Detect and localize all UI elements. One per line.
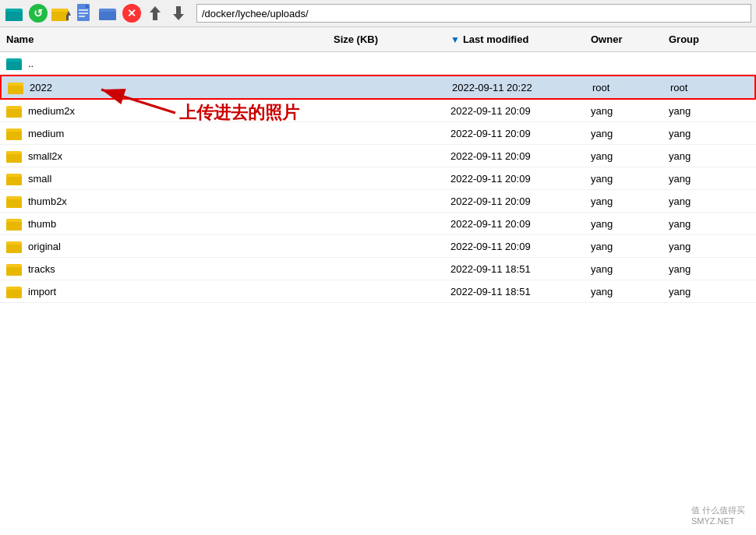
new-folder-button[interactable]	[98, 3, 118, 23]
table-row[interactable]: tracks 2022-09-11 18:51 yang yang	[0, 258, 756, 280]
delete-button[interactable]: ✕	[122, 3, 142, 23]
download-button[interactable]	[168, 3, 189, 23]
svg-rect-38	[6, 196, 12, 199]
yellow-folder-icon	[8, 79, 25, 95]
svg-rect-22	[8, 86, 23, 94]
yellow-folder-icon	[6, 193, 23, 209]
svg-rect-2	[5, 9, 12, 12]
svg-marker-17	[173, 6, 184, 20]
upload-button[interactable]	[145, 3, 165, 23]
svg-rect-19	[6, 62, 22, 70]
svg-rect-47	[6, 264, 12, 267]
toolbar: ↺ ✕	[0, 0, 756, 27]
yellow-folder-icon	[6, 148, 23, 164]
delete-icon: ✕	[122, 4, 141, 23]
svg-rect-43	[6, 245, 22, 253]
svg-rect-44	[6, 241, 12, 245]
svg-rect-40	[6, 222, 22, 231]
svg-rect-7	[66, 16, 69, 20]
svg-rect-26	[6, 106, 12, 109]
svg-rect-15	[99, 9, 106, 12]
table-row[interactable]: thumb2x 2022-09-11 20:09 yang yang	[0, 190, 756, 213]
file-name-cell: thumb2x	[0, 192, 327, 210]
table-row[interactable]: small2x 2022-09-11 20:09 yang yang	[0, 145, 756, 167]
file-name-cell: thumb	[0, 214, 327, 233]
table-row[interactable]: import 2022-09-11 18:51 yang yang	[0, 280, 756, 303]
yellow-folder-icon	[6, 103, 23, 118]
table-row[interactable]: small 2022-09-11 20:09 yang yang	[0, 167, 756, 190]
yellow-folder-icon	[6, 283, 23, 299]
table-row[interactable]: medium2x 2022-09-11 20:09 yang yang	[0, 100, 756, 122]
svg-rect-29	[6, 128, 12, 132]
yellow-folder-icon	[6, 261, 23, 276]
svg-rect-41	[6, 219, 12, 222]
file-name-cell: import	[0, 282, 327, 301]
address-bar	[196, 4, 751, 23]
file-name-cell: original	[0, 237, 327, 255]
yellow-folder-icon	[6, 125, 23, 141]
svg-rect-31	[6, 154, 22, 163]
table-row[interactable]: 2022 2022-09-11 20:22 root root	[0, 75, 756, 100]
table-row[interactable]: ..	[0, 52, 756, 75]
table-row[interactable]: medium 2022-09-11 20:09 yang yang	[0, 122, 756, 145]
file-name-cell: 2022	[2, 78, 329, 97]
owner-column-header[interactable]: Owner	[585, 30, 662, 48]
svg-rect-34	[6, 177, 22, 185]
svg-rect-5	[51, 9, 58, 12]
watermark: 值 什么值得买SMYZ.NET	[688, 503, 748, 527]
table-row[interactable]: original 2022-09-11 20:09 yang yang	[0, 235, 756, 258]
file-name-cell: small	[0, 169, 327, 188]
yellow-folder-icon	[6, 216, 23, 231]
file-name-cell: medium2x	[0, 101, 327, 120]
yellow-folder-icon	[6, 171, 23, 186]
svg-rect-20	[6, 58, 12, 62]
svg-marker-16	[150, 6, 161, 20]
teal-folder-icon	[6, 55, 23, 71]
svg-rect-50	[6, 287, 12, 290]
home-button[interactable]	[5, 3, 25, 23]
svg-rect-12	[79, 16, 85, 17]
svg-rect-46	[6, 267, 22, 276]
svg-rect-1	[5, 12, 23, 21]
svg-rect-35	[6, 174, 12, 177]
svg-rect-25	[6, 109, 22, 118]
address-input[interactable]	[196, 4, 751, 23]
modified-column-header[interactable]: ▼ Last modified	[444, 30, 585, 48]
table-row[interactable]: thumb 2022-09-11 20:09 yang yang	[0, 213, 756, 235]
file-browser: Name Size (KB) ▼ Last modified Owner Gro…	[0, 27, 756, 531]
refresh-button[interactable]: ↺	[28, 3, 48, 23]
size-column-header[interactable]: Size (KB)	[327, 30, 444, 48]
svg-rect-14	[99, 12, 116, 20]
parent-folder-button[interactable]	[51, 3, 72, 23]
new-file-button[interactable]	[75, 3, 95, 23]
name-column-header[interactable]: Name	[0, 30, 327, 48]
file-name-cell: ..	[0, 54, 327, 72]
file-name-cell: tracks	[0, 259, 327, 278]
sort-arrow-icon: ▼	[450, 34, 460, 45]
svg-rect-37	[6, 199, 22, 208]
file-name-cell: medium	[0, 124, 327, 143]
file-name-cell: small2x	[0, 146, 327, 165]
svg-rect-49	[6, 290, 22, 298]
svg-rect-4	[51, 12, 69, 21]
svg-rect-23	[8, 83, 14, 86]
column-headers: Name Size (KB) ▼ Last modified Owner Gro…	[0, 27, 756, 52]
group-column-header[interactable]: Group	[662, 30, 740, 48]
file-list: .. 2022 2022-09-11 20:22 root root	[0, 52, 756, 531]
svg-rect-10	[79, 9, 88, 11]
svg-rect-28	[6, 132, 22, 140]
yellow-folder-icon	[6, 238, 23, 254]
svg-rect-32	[6, 151, 12, 154]
refresh-icon: ↺	[29, 4, 48, 23]
svg-rect-11	[79, 12, 88, 14]
